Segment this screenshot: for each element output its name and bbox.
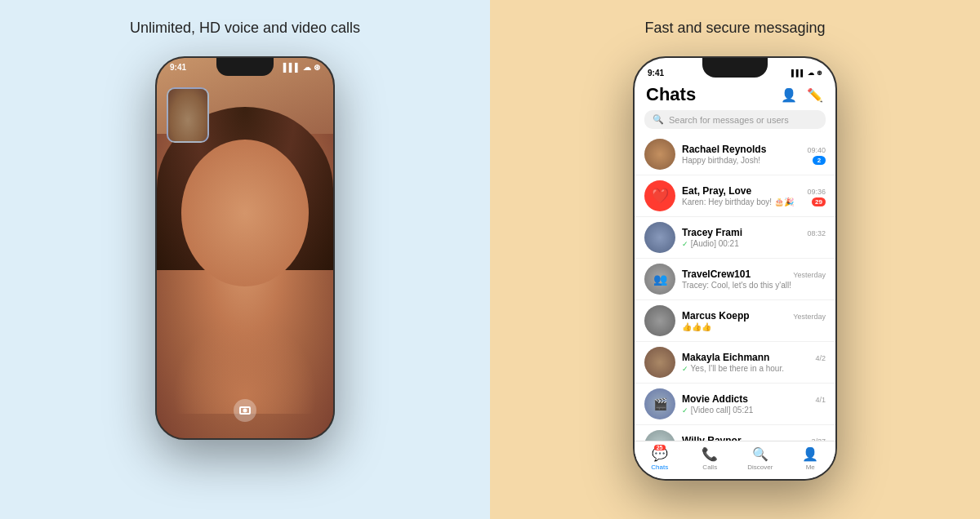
new-chat-icon[interactable]: ✏️ xyxy=(806,86,824,104)
camera-button[interactable] xyxy=(234,399,256,422)
face-skin xyxy=(181,140,309,286)
chat-info: Eat, Pray, Love 09:36 Karen: Hey birthda… xyxy=(682,185,826,206)
chat-item[interactable]: Rachael Reynolds 09:40 Happy birthday, J… xyxy=(635,134,835,175)
avatar xyxy=(644,139,675,170)
chat-item[interactable]: Tracey Frami 08:32 ✓ [Audio] 00:21 xyxy=(635,217,835,259)
chat-list: Rachael Reynolds 09:40 Happy birthday, J… xyxy=(635,134,835,441)
right-phone: 9:41 ▌▌▌ ☁ ⊛ Chats 👤 ✏️ xyxy=(633,56,837,481)
me-tab-label: Me xyxy=(806,464,815,471)
chat-name: Marcus Koepp xyxy=(682,310,750,322)
chat-time: Yesterday xyxy=(793,271,826,279)
chat-item[interactable]: Makayla Eichmann 4/2 ✓ Yes, I'll be ther… xyxy=(635,342,835,384)
chat-info: Willy Raynor 3/27 Thanks, you have a gre… xyxy=(682,435,826,441)
chat-item[interactable]: Marcus Koepp Yesterday 👍👍👍 xyxy=(635,300,835,342)
chat-preview-row: Karen: Hey birthday boy! 🎂🎉 29 xyxy=(682,197,826,206)
chats-header: Chats 👤 ✏️ xyxy=(635,81,835,109)
avatar xyxy=(644,305,675,336)
time-left: 9:41 xyxy=(170,63,186,72)
calls-tab-icon: 📞 xyxy=(702,446,718,462)
search-icon: 🔍 xyxy=(653,114,664,125)
chat-name-row: Tracey Frami 08:32 xyxy=(682,227,826,238)
chat-info: Tracey Frami 08:32 ✓ [Audio] 00:21 xyxy=(682,227,826,248)
chat-info: TravelCrew101 Yesterday Tracey: Cool, le… xyxy=(682,268,826,290)
chat-name-row: Rachael Reynolds 09:40 xyxy=(682,144,826,155)
chats-title: Chats xyxy=(646,84,696,105)
discover-tab-label: Discover xyxy=(747,464,773,471)
phone-left-body: 9:41 ▌▌▌ ☁ ⊛ xyxy=(155,56,335,440)
status-icons-right: ▌▌▌ ☁ ⊛ xyxy=(791,69,822,77)
status-icons-left: ▌▌▌ ☁ ⊛ xyxy=(283,63,320,72)
phone-right-body: 9:41 ▌▌▌ ☁ ⊛ Chats 👤 ✏️ xyxy=(633,56,837,481)
chat-name-row: Movie Addicts 4/1 xyxy=(682,393,826,405)
chat-preview: Happy birthday, Josh! xyxy=(682,156,760,165)
left-panel: Unlimited, HD voice and video calls 9:41… xyxy=(0,0,490,519)
search-placeholder: Search for messages or users xyxy=(669,115,789,125)
chat-item[interactable]: 🎬 Movie Addicts 4/1 ✓ [Video call] 05:21 xyxy=(635,384,835,425)
chat-preview-row: ✓ [Audio] 00:21 xyxy=(682,239,826,248)
chat-name-row: Marcus Koepp Yesterday xyxy=(682,310,826,322)
chat-item[interactable]: Willy Raynor 3/27 Thanks, you have a gre… xyxy=(635,425,835,441)
chat-name: Willy Raynor xyxy=(682,435,742,441)
status-bar-left: 9:41 ▌▌▌ ☁ ⊛ xyxy=(170,63,320,72)
contacts-icon[interactable]: 👤 xyxy=(780,86,798,104)
chat-time: 4/1 xyxy=(815,396,826,404)
chat-info: Makayla Eichmann 4/2 ✓ Yes, I'll be ther… xyxy=(682,352,826,373)
me-tab-icon: 👤 xyxy=(802,446,818,462)
right-panel-title: Fast and secure messaging xyxy=(644,20,825,37)
chat-preview: ✓ [Audio] 00:21 xyxy=(682,239,739,248)
chat-preview: 👍👍👍 xyxy=(682,322,711,331)
chat-badge: 29 xyxy=(812,197,826,206)
tab-bar: 25 💬 Chats 📞 Calls 🔍 Discover 👤 Me xyxy=(635,441,835,479)
self-view-face xyxy=(168,89,207,141)
chat-name-row: Makayla Eichmann 4/2 xyxy=(682,352,826,363)
chat-item[interactable]: 👥 TravelCrew101 Yesterday Tracey: Cool, … xyxy=(635,259,835,300)
header-icons: 👤 ✏️ xyxy=(780,86,824,104)
avatar xyxy=(644,347,675,378)
chat-preview-row: ✓ Yes, I'll be there in a hour. xyxy=(682,364,826,373)
tab-me[interactable]: 👤 Me xyxy=(786,446,836,471)
chat-name-row: Eat, Pray, Love 09:36 xyxy=(682,185,826,197)
camera-icon xyxy=(239,406,251,415)
chat-preview: ✓ [Video call] 05:21 xyxy=(682,406,753,415)
tab-chats[interactable]: 25 💬 Chats xyxy=(635,446,685,471)
chat-name-row: TravelCrew101 Yesterday xyxy=(682,268,826,280)
chat-time: Yesterday xyxy=(793,313,826,321)
search-bar[interactable]: 🔍 Search for messages or users xyxy=(644,110,826,129)
right-panel: Fast and secure messaging 9:41 ▌▌▌ ☁ ⊛ C… xyxy=(490,0,980,519)
avatar: 👥 xyxy=(644,264,675,295)
left-phone: 9:41 ▌▌▌ ☁ ⊛ xyxy=(155,56,335,440)
chat-badge: 2 xyxy=(813,156,826,165)
chat-time: 4/2 xyxy=(815,354,826,362)
chat-name: Rachael Reynolds xyxy=(682,144,766,155)
chat-time: 08:32 xyxy=(807,229,826,237)
chat-preview: ✓ Yes, I'll be there in a hour. xyxy=(682,364,784,373)
chat-name: Makayla Eichmann xyxy=(682,352,769,363)
left-panel-title: Unlimited, HD voice and video calls xyxy=(130,20,360,37)
chat-name-row: Willy Raynor 3/27 xyxy=(682,435,826,441)
avatar xyxy=(644,430,675,441)
chat-info: Marcus Koepp Yesterday 👍👍👍 xyxy=(682,310,826,331)
chat-name: TravelCrew101 xyxy=(682,268,751,280)
self-view-thumbnail xyxy=(167,87,209,143)
chat-info: Rachael Reynolds 09:40 Happy birthday, J… xyxy=(682,144,826,165)
avatar: 🎬 xyxy=(644,388,675,419)
chat-item[interactable]: ❤️ Eat, Pray, Love 09:36 Karen: Hey birt… xyxy=(635,175,835,217)
phone-right-screen: 9:41 ▌▌▌ ☁ ⊛ Chats 👤 ✏️ xyxy=(635,58,835,479)
tab-badge: 25 xyxy=(654,445,666,450)
chats-tab-label: Chats xyxy=(651,464,668,471)
chat-time: 09:40 xyxy=(807,146,826,154)
chat-preview-row: Happy birthday, Josh! 2 xyxy=(682,156,826,165)
chat-name: Tracey Frami xyxy=(682,227,742,238)
tab-discover[interactable]: 🔍 Discover xyxy=(735,446,786,471)
avatar xyxy=(644,222,675,253)
tab-calls[interactable]: 📞 Calls xyxy=(685,446,736,471)
status-bar-right: 9:41 ▌▌▌ ☁ ⊛ xyxy=(635,58,835,81)
time-right: 9:41 xyxy=(648,69,664,78)
chat-info: Movie Addicts 4/1 ✓ [Video call] 05:21 xyxy=(682,393,826,415)
chat-name: Eat, Pray, Love xyxy=(682,185,751,197)
discover-tab-icon: 🔍 xyxy=(752,446,768,462)
chat-name: Movie Addicts xyxy=(682,393,748,405)
chat-preview-row: Tracey: Cool, let's do this y'all! xyxy=(682,281,826,290)
calls-tab-label: Calls xyxy=(702,464,717,471)
chat-preview-row: 👍👍👍 xyxy=(682,322,826,331)
